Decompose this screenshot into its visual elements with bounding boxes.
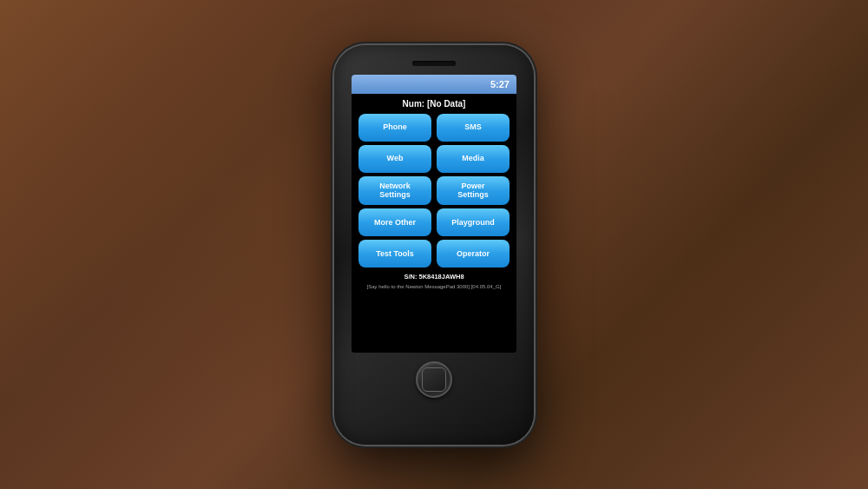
phone-speaker (412, 61, 456, 66)
power-settings-button[interactable]: PowerSettings (437, 176, 510, 206)
phone-button[interactable]: Phone (358, 114, 431, 142)
subtitle-info: [Say hello to the Newton MessagePad 3000… (367, 284, 502, 290)
media-button[interactable]: Media (437, 145, 510, 173)
more-other-button[interactable]: More Other (358, 208, 431, 236)
phone-device: 5:27 Num: [No Data] Phone SMS Web Media … (334, 45, 534, 445)
button-row-5: Test Tools Operator (358, 240, 510, 268)
home-button-inner (422, 367, 446, 392)
button-row-2: Web Media (358, 145, 510, 173)
status-bar: 5:27 (352, 75, 516, 94)
test-tools-button[interactable]: Test Tools (358, 240, 431, 268)
serial-number: S/N: 5K8418JAWH8 (404, 273, 464, 281)
num-display: Num: [No Data] (403, 99, 466, 109)
button-row-1: Phone SMS (358, 114, 510, 142)
status-time: 5:27 (490, 79, 510, 89)
app-content: Num: [No Data] Phone SMS Web Media Netwo… (352, 94, 516, 353)
playground-button[interactable]: Playground (437, 208, 510, 236)
button-row-3: NetworkSettings PowerSettings (358, 176, 510, 206)
web-button[interactable]: Web (358, 145, 431, 173)
home-button[interactable] (416, 361, 452, 398)
operator-button[interactable]: Operator (437, 240, 510, 268)
button-row-4: More Other Playground (358, 208, 510, 236)
sms-button[interactable]: SMS (437, 114, 510, 142)
home-button-area (416, 361, 452, 398)
phone-screen: 5:27 Num: [No Data] Phone SMS Web Media … (352, 75, 516, 353)
network-settings-button[interactable]: NetworkSettings (358, 176, 431, 206)
